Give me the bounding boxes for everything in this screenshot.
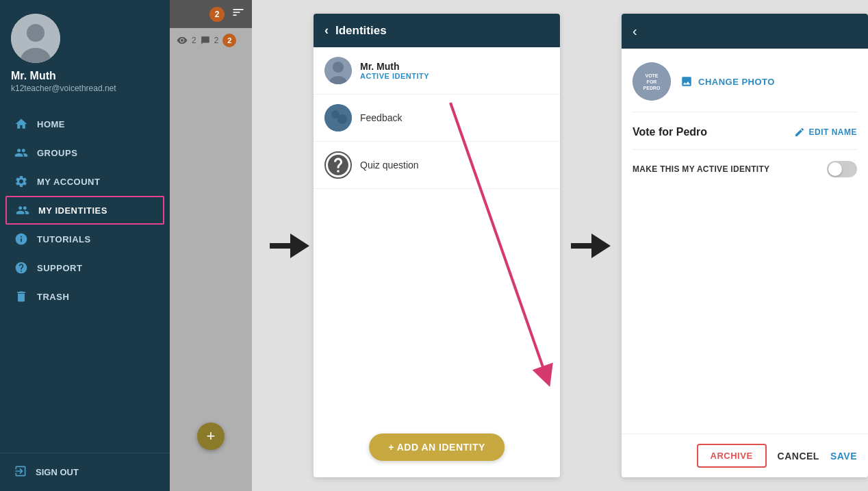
arrow-2-container [567,14,615,477]
sign-out-icon [14,464,27,480]
avatar [11,14,60,63]
info-icon [14,231,29,247]
edit-panel-back-icon[interactable]: ‹ [633,23,637,39]
identity-item-mr-muth[interactable]: Mr. Muth ACTIVE IDENTITY [314,47,560,95]
arrow-head-2 [591,234,611,258]
sort-icon[interactable] [231,5,245,23]
sidebar-nav: HOME GROUPS MY ACCOUNT MY IDENTITIES [0,104,170,453]
sidebar-footer: SIGN OUT [0,453,170,491]
quiz-name: Quiz question [360,160,419,171]
sign-out-button[interactable]: SIGN OUT [14,464,156,480]
strip-header: 2 [170,0,252,28]
arrow-2 [571,234,611,258]
edit-panel-body: VOTE FOR PEDRO CHANGE PHOTO Vote for Ped… [622,49,868,433]
sidebar-label-my-account: MY ACCOUNT [37,177,100,187]
identities-panel-title: Identities [335,24,387,38]
active-toggle-row: MAKE THIS MY ACTIVE IDENTITY [633,161,857,177]
mr-muth-avatar [324,57,352,84]
quiz-avatar [324,151,352,179]
identities-panel: ‹ Identities Mr. Muth ACTIVE IDENTITY Fe… [314,14,560,477]
sidebar-label-support: SUPPORT [37,263,82,273]
mr-muth-active-label: ACTIVE IDENTITY [360,72,429,80]
identities-panel-header: ‹ Identities [314,14,560,47]
sidebar-item-my-account[interactable]: MY ACCOUNT [0,167,170,196]
sidebar-item-tutorials[interactable]: TUTORIALS [0,225,170,253]
change-photo-button[interactable]: CHANGE PHOTO [680,75,775,88]
svg-point-8 [337,114,347,124]
sidebar-label-home: HOME [37,119,65,129]
identity-item-quiz[interactable]: Quiz question [314,142,560,189]
change-photo-label: CHANGE PHOTO [698,77,775,87]
identities-icon [15,203,30,218]
feedback-name: Feedback [360,112,402,123]
active-identity-toggle[interactable] [827,161,857,177]
svg-text:FOR: FOR [647,79,657,84]
profile-email: k12teacher@voicethread.net [11,84,116,93]
sidebar-label-my-identities: MY IDENTITIES [38,205,107,216]
svg-point-4 [333,62,344,73]
view-count: 2 [192,36,196,45]
arrow-1 [270,234,309,258]
svg-text:PEDRO: PEDRO [643,86,661,90]
edit-panel-footer: ARCHIVE CANCEL SAVE [622,433,868,477]
home-icon [14,116,29,131]
arrow-line-2 [571,243,591,249]
back-icon[interactable]: ‹ [324,23,329,38]
main-content: ‹ Identities Mr. Muth ACTIVE IDENTITY Fe… [252,0,868,491]
feedback-info: Feedback [360,112,402,123]
sidebar-item-trash[interactable]: TRASH [0,282,170,311]
sidebar-label-groups: GROUPS [37,148,77,158]
arrow-1-container [266,14,314,477]
mr-muth-info: Mr. Muth ACTIVE IDENTITY [360,61,429,80]
strip-badge: 2 [222,34,236,47]
archive-button[interactable]: ARCHIVE [697,444,767,468]
svg-point-1 [27,24,44,42]
sign-out-label: SIGN OUT [36,467,79,477]
identity-name-display: Vote for Pedro [633,126,707,138]
quiz-info: Quiz question [360,160,419,171]
active-toggle-label: MAKE THIS MY ACTIVE IDENTITY [633,164,769,174]
photo-section: VOTE FOR PEDRO CHANGE PHOTO [633,62,857,112]
cancel-button[interactable]: CANCEL [778,451,819,462]
sidebar-label-tutorials: TUTORIALS [37,234,91,244]
gear-icon [14,174,29,189]
svg-text:VOTE: VOTE [645,73,658,78]
arrow-line-1 [270,243,290,249]
edit-panel-header: ‹ [622,14,868,49]
sidebar-item-groups[interactable]: GROUPS [0,138,170,167]
identity-item-feedback[interactable]: Feedback [314,95,560,142]
vote-for-pedro-avatar: VOTE FOR PEDRO [633,62,671,101]
add-button[interactable]: + [197,423,225,450]
sidebar-label-trash: TRASH [37,292,69,302]
stats-row: 2 2 2 [170,28,252,53]
save-button[interactable]: SAVE [830,451,857,462]
middle-strip: 2 2 2 2 + [170,0,252,491]
groups-icon [14,145,29,160]
feedback-avatar [324,104,352,131]
sidebar-profile: Mr. Muth k12teacher@voicethread.net [0,0,170,104]
sidebar-item-my-identities[interactable]: MY IDENTITIES [5,196,164,225]
notification-badge: 2 [209,7,225,22]
trash-icon [14,289,29,304]
identity-edit-panel: ‹ VOTE FOR PEDRO CHANGE PHOTO [622,14,868,477]
add-identity-button[interactable]: + ADD AN IDENTITY [369,433,505,461]
arrow-head-1 [290,234,309,258]
sidebar: Mr. Muth k12teacher@voicethread.net HOME… [0,0,170,491]
name-section: Vote for Pedro EDIT NAME [633,126,857,150]
edit-name-button[interactable]: EDIT NAME [794,127,858,138]
profile-name: Mr. Muth [11,70,56,82]
edit-name-label: EDIT NAME [809,127,858,137]
comment-count: 2 [214,36,219,45]
strip-content: 2 2 2 [170,28,252,491]
mr-muth-name: Mr. Muth [360,61,429,72]
sidebar-item-home[interactable]: HOME [0,110,170,138]
help-icon [14,260,29,275]
sidebar-item-support[interactable]: SUPPORT [0,253,170,282]
